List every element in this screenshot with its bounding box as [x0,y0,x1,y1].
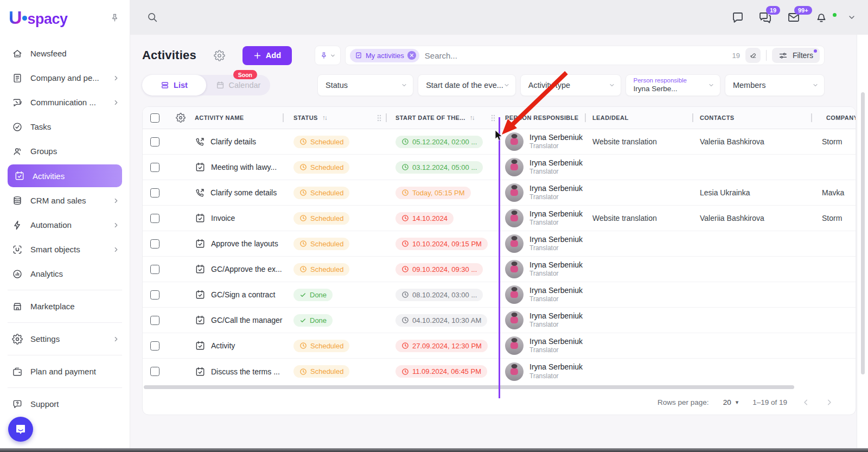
person-avatar [505,285,524,304]
sidebar-item-label: Tasks [30,122,120,131]
sidebar-item-newsfeed[interactable]: Newsfeed [0,41,130,66]
chevron-down-icon [330,53,336,59]
column-header-lead-deal[interactable]: LEAD/DEAL [585,107,692,129]
row-checkbox[interactable] [150,137,159,147]
support-chat-button[interactable] [8,417,33,442]
row-checkbox[interactable] [150,341,159,351]
add-activity-button[interactable]: Add [242,46,292,65]
mail-icon[interactable]: 99+ [787,11,801,24]
sidebar-item-analytics[interactable]: Analytics [0,262,130,286]
start-date-badge: 08.10.2024, 03:00 ... [395,289,483,301]
row-checkbox[interactable] [150,239,159,249]
feedback-bubble-icon[interactable] [731,11,744,24]
sidebar-item-groups[interactable]: Groups [0,139,130,163]
remove-chip-icon[interactable]: ✕ [407,51,416,60]
row-checkbox[interactable] [150,163,159,172]
sort-icon[interactable]: ↑↓ [470,114,474,122]
start-date-badge: 04.10.2024, 10:30 AM [395,314,487,327]
sidebar-item-support[interactable]: Support [0,392,130,416]
sidebar-item-smart-objects[interactable]: Smart objects [0,237,130,262]
sidebar-item-communication[interactable]: Communication ... [0,90,130,114]
status-badge: Scheduled [293,187,349,199]
person-name: Iryna Serbeniuk [529,362,583,372]
logo-text: spacy [28,11,68,28]
account-menu[interactable] [842,13,856,22]
members-filter[interactable]: Members [725,74,825,96]
sidebar-item-label: Automation [30,220,105,230]
row-checkbox[interactable] [150,367,159,376]
person-responsible-filter[interactable]: Person responsibleIryna Serbe... [626,74,720,96]
select-all-checkbox[interactable] [150,113,159,123]
search-input[interactable] [425,51,727,60]
column-header-company[interactable]: COMPANY [811,107,856,129]
calendar-check-icon [14,170,25,181]
activity-name: GC/Approve the ex... [211,265,282,273]
status-badge: Done [293,314,333,327]
sidebar-item-label: Activities [33,171,116,181]
sidebar-item-tasks[interactable]: Tasks [0,114,130,139]
clock-icon [401,368,409,375]
pin-sidebar-icon[interactable] [110,12,120,23]
analytics-icon [12,269,23,279]
sidebar-divider [8,355,122,355]
notifications-bell-icon[interactable] [815,11,828,24]
pin-filter-button[interactable] [315,46,341,65]
eraser-icon [749,51,757,60]
row-checkbox[interactable] [150,316,159,325]
table-settings-gear-icon[interactable] [167,107,195,129]
bookmark-icon [355,52,362,59]
person-role: Translator [529,372,583,380]
messenger-icon[interactable]: 19 [758,11,773,24]
sidebar-item-crm-and-sales[interactable]: CRM and sales [0,188,130,213]
calendar-icon [216,81,225,90]
person-avatar [505,209,524,227]
sidebar-item-label: Marketplace [30,302,120,311]
row-checkbox[interactable] [150,290,159,300]
column-header-contacts[interactable]: CONTACTS [692,107,811,129]
rows-per-page-select[interactable]: 20▾ [723,398,739,406]
clock-icon [401,138,409,145]
chevron-right-icon [112,221,120,229]
sidebar-item-company-and-pe[interactable]: Company and pe... [0,66,130,90]
clock-icon [299,342,307,349]
global-search-icon[interactable] [146,11,158,23]
column-header-person-responsible[interactable]: PERSON RESPONSIBLE [500,107,585,129]
column-header-activity-name[interactable]: ACTIVITY NAME [195,107,283,129]
sidebar-item-settings[interactable]: Settings [0,327,130,351]
column-resize-indicator[interactable] [499,117,500,398]
filters-button[interactable]: Filters [772,48,820,63]
sidebar-item-automation[interactable]: Automation [0,213,130,237]
row-checkbox[interactable] [150,265,159,274]
mail-badge: 99+ [794,6,812,15]
uspacy-logo[interactable]: Uspacy [9,7,68,28]
sliders-icon [778,51,788,60]
drag-handle-icon[interactable] [377,114,381,122]
drag-handle-icon[interactable] [491,114,495,122]
divider [766,50,767,61]
sidebar-item-label: Smart objects [30,245,105,254]
column-header-start-date[interactable]: START DATE OF THE...↑↓ [386,107,500,129]
row-checkbox[interactable] [150,214,159,223]
horizontal-scrollbar-thumb[interactable] [144,385,794,389]
sidebar-item-activities[interactable]: Activities [8,164,122,187]
sidebar-item-marketplace[interactable]: Marketplace [0,294,130,319]
start-date-filter[interactable]: Start date of the eve... [418,74,516,96]
view-toggle: List Calendar Soon [142,75,270,96]
row-checkbox[interactable] [150,188,159,198]
next-page-icon[interactable] [825,398,834,407]
column-header-status[interactable]: STATUS↑↓ [283,107,386,129]
clear-filters-eraser-button[interactable] [745,48,761,63]
status-filter[interactable]: Status [317,74,413,96]
lead-deal-value: Website translation [585,137,692,146]
sidebar-item-plan-and-payment[interactable]: Plan and payment [0,359,130,384]
list-view-tab[interactable]: List [142,75,206,96]
crm-icon [12,195,23,206]
vertical-scrollbar-thumb[interactable] [861,92,865,374]
sidebar-item-label: Company and pe... [30,73,105,82]
activity-type-filter[interactable]: Activity type [520,74,621,96]
page-settings-gear-icon[interactable] [214,50,225,61]
my-activities-chip[interactable]: My activities ✕ [350,49,419,62]
previous-page-icon[interactable] [801,398,810,407]
contact-value: Valeriia Bashkirova [692,214,811,222]
sort-icon[interactable]: ↑↓ [322,114,327,122]
